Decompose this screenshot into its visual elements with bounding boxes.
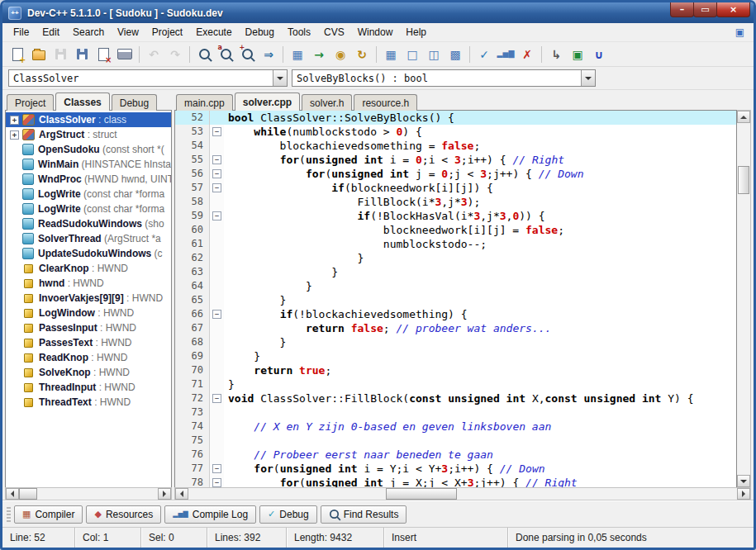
dock-tab-compiler[interactable]: ▦Compiler — [14, 505, 83, 524]
code-text[interactable]: for(unsigned int j = X;j < X+3;j++) { //… — [224, 476, 736, 488]
close-button[interactable]: × — [716, 2, 750, 17]
run-button[interactable]: → — [308, 45, 330, 64]
tree-item-readknop[interactable]: ReadKnop : HWND — [6, 350, 171, 365]
menu-window[interactable]: Window — [351, 24, 400, 40]
tree-item-threadinput[interactable]: ThreadInput : HWND — [6, 380, 171, 395]
code-text[interactable]: } — [224, 265, 736, 279]
code-text[interactable]: } — [224, 377, 736, 391]
tree-item-readsudokuwindows[interactable]: ReadSudokuWindows (sho — [6, 216, 171, 231]
tree-item-opensudoku[interactable]: OpenSudoku (const short *( — [6, 142, 171, 157]
scroll-left-icon[interactable] — [175, 488, 188, 500]
fold-collapse-icon[interactable]: − — [212, 169, 221, 178]
tree-item-argstruct[interactable]: +ArgStruct : struct — [6, 127, 171, 142]
code-text[interactable]: } — [224, 279, 736, 293]
menu-edit[interactable]: Edit — [36, 24, 66, 40]
code-text[interactable]: while(numblockstodo > 0) { — [224, 125, 736, 139]
expand-icon[interactable]: + — [10, 116, 19, 125]
fold-collapse-icon[interactable]: − — [212, 394, 221, 403]
code-text[interactable]: if(!BlockHasVal(i*3,j*3,0)) { — [224, 209, 736, 223]
file-tab-main-cpp[interactable]: main.cpp — [176, 94, 233, 111]
menu-view[interactable]: View — [111, 24, 145, 40]
app-icon[interactable] — [8, 7, 21, 20]
tree-item-winmain[interactable]: WinMain (HINSTANCE hInsta — [6, 157, 171, 172]
profile-button[interactable]: ▂▅▇ — [495, 45, 516, 64]
tree-item-classsolver[interactable]: +ClassSolver : class — [6, 112, 171, 127]
dock-tab-compile-log[interactable]: ▂▅▇Compile Log — [164, 505, 256, 524]
code-text[interactable]: } — [224, 293, 736, 307]
tree-item-hwnd[interactable]: hwnd : HWND — [6, 276, 171, 291]
tree-item-solveknop[interactable]: SolveKnop : HWND — [6, 365, 171, 380]
goto-bookmark-button[interactable]: ∪ — [588, 45, 610, 64]
scroll-left-icon[interactable] — [6, 488, 19, 500]
insert-button[interactable]: ↳ — [545, 45, 567, 64]
tree-item-updatesudokuwindows[interactable]: UpdateSudokuWindows (c — [6, 246, 171, 261]
replace-button[interactable]: a — [215, 45, 236, 64]
class-selector-dropdown-icon[interactable] — [273, 70, 287, 86]
rebuild-button[interactable]: ↻ — [351, 45, 373, 64]
code-text[interactable]: // X en Y zijn 0-based en geven linksbov… — [224, 420, 736, 434]
file-tab-solver-h[interactable]: solver.h — [302, 94, 352, 111]
file-tab-resource-h[interactable]: resource.h — [354, 94, 417, 111]
file-tab-solver-cpp[interactable]: solver.cpp — [235, 92, 300, 111]
code-text[interactable]: } — [224, 335, 736, 349]
syntax-check-button[interactable]: ✓ — [473, 45, 495, 64]
menu-cvs[interactable]: CVS — [317, 24, 351, 40]
editor-hscroll-thumb[interactable] — [386, 488, 457, 500]
code-text[interactable] — [224, 434, 736, 448]
tree-item-passestext[interactable]: PassesText : HWND — [6, 335, 171, 350]
maximize-button[interactable]: ▭ — [693, 2, 717, 17]
toggle-bookmark-button[interactable]: ▣ — [567, 45, 588, 64]
member-selector-dropdown-icon[interactable] — [581, 70, 595, 86]
dock-tab-resources[interactable]: ◆Resources — [86, 505, 161, 524]
left-panel-hscrollbar[interactable] — [5, 487, 172, 500]
editor-vscroll-thumb[interactable] — [738, 166, 749, 194]
fold-collapse-icon[interactable]: − — [212, 183, 221, 192]
scroll-right-icon[interactable] — [158, 488, 171, 500]
code-text[interactable]: numblockstodo--; — [224, 237, 736, 251]
tab-debug[interactable]: Debug — [112, 94, 157, 111]
code-editor[interactable]: 52bool ClassSolver::SolveByBlocks() {53−… — [174, 110, 737, 488]
menu-debug[interactable]: Debug — [239, 24, 281, 40]
code-text[interactable]: return true; — [224, 363, 736, 377]
fold-collapse-icon[interactable]: − — [212, 211, 221, 220]
code-text[interactable] — [224, 405, 736, 420]
compile-button[interactable]: ▦ — [287, 45, 308, 64]
new-source-button[interactable]: + — [7, 45, 28, 64]
tree-item-logwindow[interactable]: LogWindow : HWND — [6, 306, 171, 320]
menu-execute[interactable]: Execute — [189, 24, 238, 40]
dock-grip[interactable] — [7, 507, 11, 522]
menu-file[interactable]: File — [7, 24, 36, 40]
close-file-button[interactable]: × — [93, 45, 114, 64]
code-text[interactable]: return false; // probeer wat anders... — [224, 321, 736, 335]
tree-item-invoervakjes-9-9[interactable]: InvoerVakjes[9][9] : HWND — [6, 291, 171, 306]
tab-classes[interactable]: Classes — [55, 92, 109, 111]
fold-collapse-icon[interactable]: − — [212, 478, 221, 487]
tree-item-logwrite[interactable]: LogWrite (const char *forma — [6, 202, 171, 216]
editor-hscrollbar[interactable] — [174, 487, 751, 500]
code-text[interactable]: for(unsigned int j = 0;j < 3;j++) { // D… — [224, 167, 736, 181]
left-panel-hscroll-track[interactable] — [19, 488, 158, 500]
code-text[interactable]: for(unsigned int i = 0;i < 3;i++) { // R… — [224, 153, 736, 167]
fold-collapse-icon[interactable]: − — [212, 464, 221, 473]
code-text[interactable]: for(unsigned int i = Y;i < Y+3;i++) { //… — [224, 462, 736, 476]
open-button[interactable] — [28, 45, 50, 64]
find-button[interactable] — [193, 45, 215, 64]
code-text[interactable]: if(!blockachievedsomething) { — [224, 307, 736, 321]
code-text[interactable]: } — [224, 349, 736, 363]
project-options-button[interactable]: ◫ — [423, 45, 445, 64]
code-text[interactable]: // Probeer eerst naar beneden te gaan — [224, 448, 736, 462]
code-text[interactable]: FillBlock(i*3,j*3); — [224, 195, 736, 209]
fold-collapse-icon[interactable]: − — [212, 127, 221, 136]
tree-item-passesinput[interactable]: PassesInput : HWND — [6, 320, 171, 335]
add-to-project-button[interactable]: ▦ — [380, 45, 402, 64]
save-all-button[interactable] — [71, 45, 93, 64]
class-selector[interactable]: ClassSolver — [8, 69, 288, 87]
menu-help[interactable]: Help — [399, 24, 433, 40]
tree-item-threadtext[interactable]: ThreadText : HWND — [6, 395, 171, 410]
tree-item-solverthread[interactable]: SolverThread (ArgStruct *a — [6, 231, 171, 246]
remove-from-project-button[interactable]: □ — [402, 45, 423, 64]
menu-project[interactable]: Project — [145, 24, 189, 40]
scroll-right-icon[interactable] — [737, 488, 750, 500]
compile-run-button[interactable]: ◉ — [330, 45, 351, 64]
code-text[interactable]: blockneedwork[i][j] = false; — [224, 223, 736, 237]
